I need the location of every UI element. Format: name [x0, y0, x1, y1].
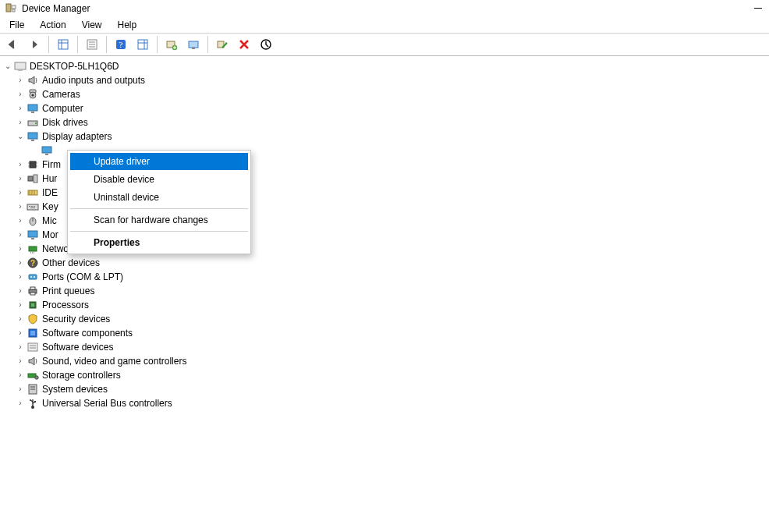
tree-item-processors[interactable]: › Processors	[3, 298, 769, 312]
expand-icon[interactable]: ›	[16, 73, 25, 87]
scan-hardware-button[interactable]	[257, 35, 275, 54]
tree-item-display[interactable]: ⌄ Display adapters	[3, 129, 769, 144]
tree-label: Security devices	[42, 312, 110, 326]
tree-label: System devices	[42, 382, 108, 396]
expand-icon[interactable]: ›	[16, 172, 25, 186]
expand-icon[interactable]: ›	[16, 214, 25, 228]
svg-rect-76	[30, 386, 35, 388]
svg-rect-40	[34, 175, 37, 183]
svg-point-61	[30, 276, 32, 278]
tree-item-sound[interactable]: › Sound, video and game controllers	[3, 354, 769, 368]
expand-icon[interactable]: ›	[16, 228, 25, 242]
tree-item-usb[interactable]: › Universal Serial Bus controllers	[3, 396, 769, 410]
svg-rect-46	[29, 206, 30, 207]
toolbar: ?	[0, 34, 769, 56]
expand-icon[interactable]: ›	[16, 270, 25, 284]
menu-view[interactable]: View	[74, 18, 110, 32]
tree-label: Universal Serial Bus controllers	[42, 396, 172, 410]
svg-rect-81	[34, 401, 36, 403]
tree-item-software-devices[interactable]: › Software devices	[3, 340, 769, 354]
port-icon	[27, 271, 39, 283]
context-update-driver[interactable]: Update driver	[70, 153, 248, 170]
svg-rect-69	[30, 331, 35, 335]
tree-item-ports[interactable]: › Ports (COM & LPT)	[3, 270, 769, 284]
svg-rect-56	[32, 251, 33, 254]
disable-device-button[interactable]	[213, 35, 232, 54]
svg-rect-65	[30, 293, 35, 295]
tree-item-computer[interactable]: › Computer	[3, 101, 769, 115]
expand-icon[interactable]: ›	[16, 115, 25, 129]
mouse-icon	[27, 215, 39, 227]
tree-item-other[interactable]: › ? Other devices	[3, 256, 769, 270]
collapse-icon[interactable]: ⌄	[3, 59, 12, 73]
collapse-icon[interactable]: ⌄	[16, 129, 25, 144]
action-pane-button[interactable]	[133, 35, 152, 54]
expand-icon[interactable]: ›	[16, 101, 25, 115]
minimize-button[interactable]: ─	[750, 2, 766, 14]
svg-rect-54	[29, 246, 37, 251]
svg-rect-1	[12, 5, 16, 9]
expand-icon[interactable]: ›	[16, 382, 25, 396]
tree-item-software-components[interactable]: › Software components	[3, 326, 769, 340]
enable-device-button[interactable]	[184, 35, 203, 54]
expand-icon[interactable]: ›	[16, 87, 25, 101]
tree-label: Audio inputs and outputs	[42, 73, 145, 87]
tree-label: Mic	[42, 214, 57, 228]
expand-icon[interactable]: ›	[16, 326, 25, 340]
svg-rect-77	[30, 388, 35, 390]
title-bar: Device Manager ─	[0, 0, 769, 17]
expand-icon[interactable]: ›	[16, 312, 25, 326]
menu-bar: File Action View Help	[0, 17, 769, 34]
expand-icon[interactable]: ›	[16, 340, 25, 354]
show-hide-console-tree-button[interactable]	[54, 35, 73, 54]
processor-icon	[27, 299, 39, 311]
svg-point-29	[35, 122, 37, 124]
forward-button[interactable]	[25, 35, 44, 54]
menu-help[interactable]: Help	[110, 18, 145, 32]
svg-rect-47	[31, 206, 33, 207]
context-properties[interactable]: Properties	[70, 234, 248, 251]
other-devices-icon: ?	[27, 257, 39, 269]
expand-icon[interactable]: ›	[16, 242, 25, 256]
context-scan-hardware[interactable]: Scan for hardware changes	[70, 211, 248, 229]
tree-item-security[interactable]: › Security devices	[3, 312, 769, 326]
context-uninstall-device[interactable]: Uninstall device	[70, 189, 248, 206]
expand-icon[interactable]: ›	[16, 368, 25, 382]
expand-icon[interactable]: ›	[16, 186, 25, 200]
svg-rect-21	[15, 62, 26, 69]
properties-button[interactable]	[83, 35, 101, 54]
expand-icon[interactable]: ›	[16, 354, 25, 368]
svg-rect-3	[58, 40, 68, 49]
expand-icon[interactable]: ›	[16, 298, 25, 312]
toolbar-separator	[106, 36, 107, 53]
svg-rect-48	[34, 206, 35, 207]
tree-root[interactable]: ⌄ DESKTOP-5LH1Q6D	[3, 59, 769, 73]
svg-rect-18	[192, 48, 195, 49]
tree-item-storage[interactable]: › Storage controllers	[3, 368, 769, 382]
expand-icon[interactable]: ›	[16, 200, 25, 214]
expand-icon[interactable]: ›	[16, 158, 25, 172]
storage-controller-icon	[27, 369, 39, 381]
tree-item-disk[interactable]: › Disk drives	[3, 115, 769, 129]
menu-file[interactable]: File	[2, 18, 32, 32]
svg-rect-57	[34, 251, 34, 254]
help-button[interactable]: ?	[112, 35, 130, 54]
toolbar-separator	[77, 36, 78, 53]
svg-rect-39	[28, 176, 33, 181]
component-icon	[27, 327, 39, 339]
expand-icon[interactable]: ›	[16, 256, 25, 270]
svg-rect-49	[30, 207, 35, 208]
system-device-icon	[27, 383, 39, 395]
menu-action[interactable]: Action	[32, 18, 73, 32]
expand-icon[interactable]: ›	[16, 396, 25, 410]
tree-item-audio[interactable]: › Audio inputs and outputs	[3, 73, 769, 87]
back-button[interactable]	[3, 35, 22, 54]
expand-icon[interactable]: ›	[16, 284, 25, 298]
tree-item-printq[interactable]: › Print queues	[3, 284, 769, 298]
tree-item-cameras[interactable]: › Cameras	[3, 87, 769, 101]
tree-label: Cameras	[42, 87, 80, 101]
uninstall-device-button[interactable]	[235, 35, 253, 54]
context-disable-device[interactable]: Disable device	[70, 171, 248, 188]
tree-item-system[interactable]: › System devices	[3, 382, 769, 396]
update-driver-button[interactable]	[162, 35, 181, 54]
